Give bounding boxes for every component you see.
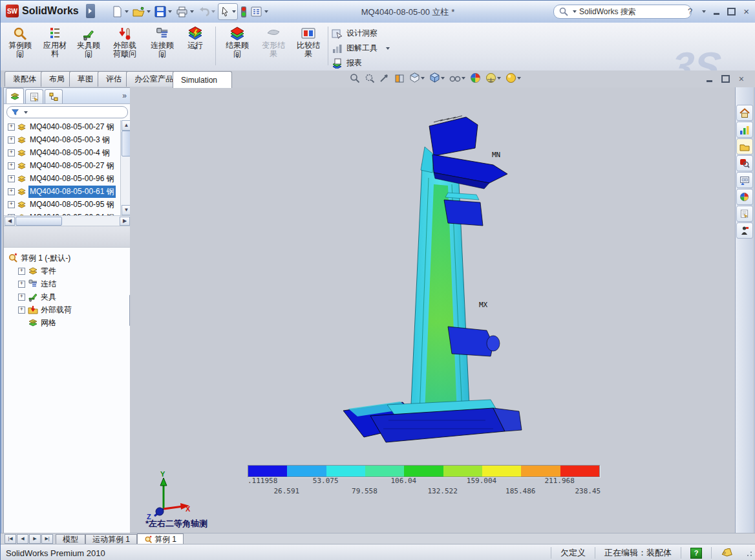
double-chevron-icon[interactable]: » <box>122 91 127 100</box>
connections-advisor-button[interactable]: 连接顾问 <box>145 24 179 68</box>
tree-row[interactable]: MQ4040-08-05-00-27 钢 <box>5 159 131 172</box>
external-loads-advisor-button[interactable]: 外部载荷顾问 <box>107 24 143 68</box>
graphics-viewport[interactable]: MN MX .111958 26.591 53.075 79.558 106.0… <box>130 87 735 533</box>
scroll-up-icon[interactable]: ▲ <box>122 120 131 131</box>
scroll-right-icon[interactable]: ▶ <box>120 217 130 226</box>
scroll-thumb[interactable] <box>122 131 131 156</box>
display-style-icon[interactable] <box>429 72 440 83</box>
expand-icon[interactable] <box>18 268 25 275</box>
report-button[interactable]: 报表 <box>332 58 362 69</box>
zoom-fit-icon[interactable] <box>350 73 360 83</box>
search-input[interactable]: SolidWorks 搜索 <box>579 6 636 17</box>
study-advisor-button[interactable]: 算例顾问 <box>3 24 37 68</box>
appearances-scenes-button[interactable] <box>736 189 753 205</box>
design-library-button[interactable] <box>736 122 753 138</box>
study-root[interactable]: 算例 1 (-默认-) <box>8 252 131 264</box>
tree-row-selected[interactable]: MQ4040-08-05-00-61 钢 <box>5 185 131 198</box>
study-item-mesh[interactable]: 网格 <box>8 316 131 329</box>
edit-appearance-icon[interactable] <box>470 72 481 83</box>
help-caret-icon[interactable] <box>702 10 706 13</box>
expand-icon[interactable] <box>8 188 15 195</box>
tree-row[interactable]: MQ4040-08-05-00-94 钢 <box>5 211 131 215</box>
study-item-parts[interactable]: 零件 <box>8 264 131 277</box>
study-item-connections[interactable]: 连结 <box>8 277 131 290</box>
open-button[interactable] <box>131 4 152 19</box>
view-palette-button[interactable] <box>736 172 753 188</box>
hide-show-items-icon[interactable] <box>449 74 461 83</box>
undo-button[interactable] <box>197 4 217 19</box>
scroll-left-icon[interactable]: ◀ <box>5 217 15 226</box>
apply-scene-icon[interactable] <box>485 72 496 83</box>
section-view-icon[interactable] <box>394 73 405 83</box>
maximize-button[interactable] <box>727 8 736 16</box>
rebuild-button[interactable] <box>239 4 248 19</box>
help-button[interactable]: ? <box>688 6 692 16</box>
last-tab-icon[interactable]: ▶| <box>41 534 53 544</box>
zoom-area-icon[interactable] <box>365 73 375 83</box>
expand-icon[interactable] <box>8 175 15 182</box>
new-document-button[interactable] <box>111 4 130 19</box>
file-explorer-button[interactable] <box>736 138 753 155</box>
tab-study-1[interactable]: 算例 1 <box>137 533 184 544</box>
close-button[interactable]: × <box>743 6 749 17</box>
tree-vertical-scrollbar[interactable]: ▲ ▼ <box>120 120 131 215</box>
options-button[interactable] <box>250 4 270 19</box>
solidworks-search-button[interactable] <box>736 155 753 171</box>
tree-row[interactable]: MQ4040-08-05-00-95 钢 <box>5 198 131 211</box>
hscroll-thumb[interactable] <box>16 217 62 226</box>
scroll-down-icon[interactable]: ▼ <box>122 205 131 215</box>
tree-horizontal-scrollbar[interactable]: ◀ ▶ <box>4 215 131 226</box>
quick-tips-cell[interactable]: ? <box>681 547 711 559</box>
quick-tips-icon[interactable]: ? <box>690 548 702 559</box>
results-advisor-button[interactable]: 结果顾问 <box>220 24 254 68</box>
tree-row[interactable]: MQ4040-08-05-00-27 钢 <box>5 120 131 133</box>
doc-close-button[interactable]: × <box>739 74 744 84</box>
design-insight-button[interactable]: 设计洞察 <box>332 28 377 39</box>
tree-row[interactable]: MQ4040-08-05-00-3 钢 <box>5 133 131 146</box>
select-button[interactable] <box>218 3 238 20</box>
expand-icon[interactable] <box>8 201 15 208</box>
fixtures-advisor-button[interactable]: 夹具顾问 <box>72 24 105 68</box>
fea-model[interactable]: MN MX <box>130 87 735 449</box>
save-button[interactable] <box>153 4 173 19</box>
first-tab-icon[interactable]: |◀ <box>5 534 16 544</box>
prev-tab-icon[interactable]: ◀ <box>17 534 28 544</box>
menu-flyout-button[interactable] <box>86 4 95 18</box>
search-scope-caret-icon[interactable] <box>573 10 577 13</box>
expand-icon[interactable] <box>18 294 25 301</box>
tree-row[interactable]: MQ4040-08-05-00-96 钢 <box>5 172 131 185</box>
study-item-external-loads[interactable]: 外部载荷 <box>8 303 131 316</box>
solidworks-resources-button[interactable] <box>736 105 753 121</box>
document-recovery-button[interactable] <box>736 222 753 239</box>
expand-icon[interactable] <box>8 136 15 144</box>
tab-motion-study[interactable]: 运动算例 1 <box>85 534 137 544</box>
tab-model[interactable]: 模型 <box>56 534 85 544</box>
next-tab-icon[interactable]: ▶ <box>29 534 41 544</box>
minimize-button[interactable] <box>714 13 719 15</box>
view-settings-icon[interactable] <box>505 72 516 83</box>
study-item-fixtures[interactable]: 夹具 <box>8 290 131 303</box>
resize-grip[interactable] <box>744 548 753 557</box>
search-box[interactable]: SolidWorks 搜索 <box>553 5 692 19</box>
expand-icon[interactable] <box>8 124 15 131</box>
compare-results-button[interactable]: 比较结果 <box>292 24 325 68</box>
tab-property-manager[interactable] <box>25 89 43 103</box>
expand-icon[interactable] <box>8 149 15 156</box>
doc-minimize-button[interactable] <box>707 80 712 82</box>
previous-view-icon[interactable] <box>379 73 390 83</box>
doc-restore-button[interactable] <box>721 75 730 83</box>
tab-simulation[interactable]: Simulation <box>173 71 232 88</box>
print-button[interactable] <box>175 4 195 19</box>
custom-properties-button[interactable] <box>736 206 753 222</box>
tags-cell[interactable] <box>711 547 741 559</box>
tree-filter-box[interactable] <box>6 106 128 118</box>
plot-tools-button[interactable]: 图解工具 <box>332 43 390 54</box>
tree-row[interactable]: MQ4040-08-05-00-4 钢 <box>5 146 131 159</box>
run-button[interactable]: 运行 <box>180 24 210 68</box>
tab-configuration-manager[interactable] <box>45 89 63 103</box>
expand-icon[interactable] <box>18 281 25 288</box>
expand-icon[interactable] <box>8 162 15 169</box>
expand-icon[interactable] <box>18 307 25 314</box>
tab-feature-manager[interactable] <box>6 88 24 103</box>
view-orientation-icon[interactable] <box>409 72 420 83</box>
